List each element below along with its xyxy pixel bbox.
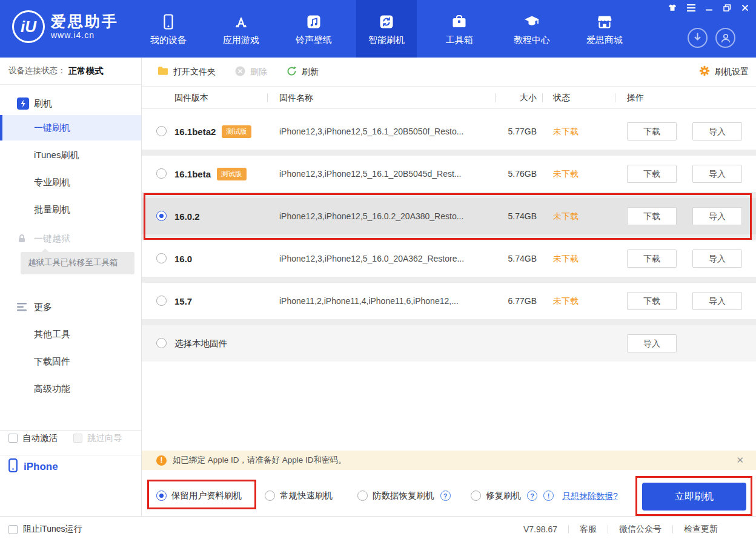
firmware-name: iPhone12,3,iPhone12,5_16.1_20B5050f_Rest… [279, 113, 463, 150]
info-warning-icon[interactable]: ! [543, 491, 554, 501]
help-icon[interactable]: ? [527, 491, 537, 501]
firmware-row-16.0.2-selected[interactable]: 16.0.2 iPhone12,3,iPhone12,5_16.0.2_20A3… [142, 198, 756, 234]
maximize-icon[interactable] [723, 4, 731, 12]
notice-close-icon[interactable]: ✕ [736, 455, 744, 466]
main-panel: 打开文件夹 删除 刷新 刷机设置 固件版本 [142, 58, 756, 516]
skip-wizard-option[interactable]: 跳过向导 [73, 432, 122, 444]
row-radio[interactable] [156, 126, 167, 136]
sidebar-group-more[interactable]: 更多 [0, 294, 141, 320]
option-repair-flash[interactable]: 修复刷机 ? ! [471, 490, 554, 501]
import-button[interactable]: 导入 [692, 207, 742, 225]
local-firmware-label: 选择本地固件 [174, 338, 227, 349]
option-radio[interactable] [265, 491, 275, 501]
download-button[interactable]: 下载 [627, 122, 677, 140]
option-radio[interactable] [357, 491, 368, 501]
import-button[interactable]: 导入 [692, 292, 742, 310]
firmware-row-16.1beta2[interactable]: 16.1beta2测试版 iPhone12,3,iPhone12,5_16.1_… [142, 113, 756, 150]
option-radio-checked[interactable] [156, 491, 167, 501]
block-itunes-option[interactable]: 阻止iTunes运行 [8, 524, 82, 535]
row-radio-checked[interactable] [156, 211, 167, 221]
firmware-version: 16.1beta [174, 169, 211, 179]
firmware-row-16.1beta[interactable]: 16.1beta测试版 iPhone12,3,iPhone12,5_16.1_2… [142, 156, 756, 192]
sidebar-item-download-firmware[interactable]: 下载固件 [0, 349, 141, 374]
nav-i4-store[interactable]: 爱思商城 [574, 0, 635, 58]
sidebar-divider [0, 455, 141, 455]
firmware-size: 5.74GB [496, 198, 537, 234]
flash-now-button[interactable]: 立即刷机 [642, 483, 746, 511]
option-radio[interactable] [471, 491, 481, 501]
download-button[interactable]: 下载 [627, 292, 677, 310]
download-manager-icon[interactable] [688, 28, 708, 48]
firmware-version: 16.0 [174, 254, 192, 264]
option-normal-fast-flash[interactable]: 常规快速刷机 [265, 490, 333, 501]
import-button[interactable]: 导入 [627, 334, 677, 352]
firmware-row-local[interactable]: 选择本地固件 导入 [142, 325, 756, 362]
connected-device-iphone[interactable]: iPhone [8, 458, 58, 475]
firmware-status: 未下载 [553, 156, 579, 192]
nav-tutorial-center[interactable]: 教程中心 [502, 0, 562, 58]
firmware-status: 未下载 [553, 240, 579, 277]
sidebar-item-other-tools[interactable]: 其他工具 [0, 322, 141, 347]
import-button[interactable]: 导入 [692, 250, 742, 268]
auto-activate-checkbox[interactable] [8, 434, 18, 443]
firmware-size: 5.76GB [496, 156, 537, 192]
sidebar-item-batch-flash[interactable]: 批量刷机 [0, 197, 141, 222]
nav-toolbox[interactable]: 工具箱 [429, 0, 489, 58]
import-button[interactable]: 导入 [692, 165, 742, 183]
sidebar-item-itunes-flash[interactable]: iTunes刷机 [0, 142, 141, 168]
auto-activate-option[interactable]: 自动激活 [8, 432, 58, 444]
firmware-row-16.0[interactable]: 16.0 iPhone12,3,iPhone12,5_16.0_20A362_R… [142, 240, 756, 277]
import-button[interactable]: 导入 [692, 122, 742, 140]
account-icon[interactable] [715, 28, 735, 48]
nav-apps-games[interactable]: 应用游戏 [211, 0, 271, 58]
download-button[interactable]: 下载 [627, 250, 677, 268]
download-button[interactable]: 下载 [627, 207, 677, 225]
firmware-size: 5.77GB [496, 113, 537, 150]
more-menu-icon [17, 303, 27, 311]
skip-wizard-checkbox[interactable] [73, 434, 82, 443]
close-icon[interactable] [741, 4, 749, 12]
sidebar-group-flash[interactable]: 刷机 [0, 91, 141, 116]
sidebar-item-jailbreak[interactable]: 一键越狱 [0, 226, 141, 251]
row-radio[interactable] [156, 168, 167, 179]
device-icon [161, 12, 176, 30]
window-controls [668, 4, 749, 12]
row-radio[interactable] [156, 253, 167, 263]
briefcase-icon [451, 12, 468, 30]
block-itunes-checkbox[interactable] [8, 525, 18, 534]
open-folder-button[interactable]: 打开文件夹 [158, 66, 216, 78]
sidebar-item-pro-flash[interactable]: 专业刷机 [0, 170, 141, 195]
nav-smart-flash[interactable]: 智能刷机 [356, 0, 417, 58]
refresh-icon [287, 66, 297, 78]
help-icon[interactable]: ? [440, 491, 451, 501]
firmware-row-15.7[interactable]: 15.7 iPhone11,2,iPhone11,4,iPhone11,6,iP… [142, 283, 756, 319]
gear-icon [699, 65, 710, 78]
sidebar-item-advanced-features[interactable]: 高级功能 [0, 376, 141, 402]
flash-settings-button[interactable]: 刷机设置 [699, 65, 749, 78]
minimize-icon[interactable] [706, 4, 713, 12]
download-button[interactable]: 下载 [627, 165, 677, 183]
firmware-status: 未下载 [553, 198, 579, 234]
delete-button[interactable]: 删除 [235, 66, 267, 78]
nav-my-device[interactable]: 我的设备 [138, 0, 199, 58]
row-radio[interactable] [156, 296, 167, 306]
status-bar: 阻止iTunes运行 V7.98.67 客服 微信公众号 检查更新 [0, 516, 756, 542]
firmware-status: 未下载 [553, 113, 579, 150]
firmware-status: 未下载 [553, 283, 579, 319]
erase-data-link[interactable]: 只想抹除数据? [562, 491, 618, 502]
nav-ringtones-wallpaper[interactable]: 铃声壁纸 [284, 0, 344, 58]
check-update-link[interactable]: 检查更新 [673, 524, 729, 535]
row-radio[interactable] [156, 338, 167, 348]
firmware-name: iPhone12,3,iPhone12,5_16.1_20B5045d_Rest… [279, 156, 461, 192]
device-status-label: 设备连接状态： [8, 65, 66, 76]
wechat-official-link[interactable]: 微信公众号 [608, 524, 672, 535]
option-keep-user-data[interactable]: 保留用户资料刷机 [156, 490, 242, 501]
option-anti-data-recovery[interactable]: 防数据恢复刷机 ? [357, 490, 451, 501]
brand-name: 爱思助手 [51, 13, 119, 30]
refresh-button[interactable]: 刷新 [287, 66, 319, 78]
sidebar-checkboxes: 自动激活 跳过向导 [8, 432, 122, 444]
sidebar-item-one-click-flash[interactable]: 一键刷机 [0, 115, 141, 140]
theme-skin-icon[interactable] [668, 4, 677, 12]
customer-service-link[interactable]: 客服 [569, 524, 608, 535]
menu-list-icon[interactable] [687, 4, 695, 12]
